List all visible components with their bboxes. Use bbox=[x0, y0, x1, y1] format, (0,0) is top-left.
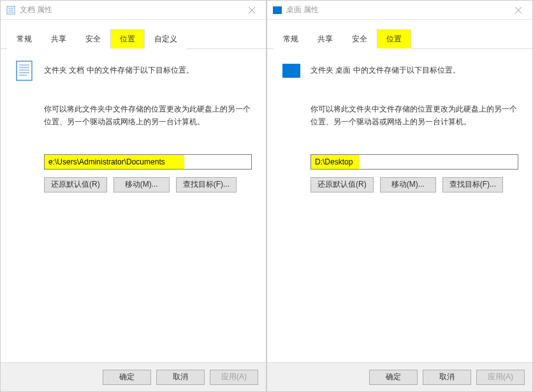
titlebar[interactable]: 文档 属性 bbox=[1, 1, 266, 20]
find-target-button[interactable]: 查找目标(F)... bbox=[176, 177, 237, 192]
move-button[interactable]: 移动(M)... bbox=[380, 177, 436, 192]
restore-defaults-button[interactable]: 还原默认值(R) bbox=[310, 177, 374, 192]
bottom-bar: 确定 取消 应用(A) bbox=[1, 362, 266, 391]
tab-content: 文件夹 文档 中的文件存储于以下目标位置。 你可以将此文件夹中文件存储的位置更改… bbox=[1, 49, 266, 362]
tab-security[interactable]: 安全 bbox=[76, 29, 110, 49]
close-button[interactable] bbox=[237, 1, 266, 20]
tab-sharing[interactable]: 共享 bbox=[308, 29, 342, 49]
desktop-folder-icon bbox=[281, 61, 302, 81]
documents-folder-icon bbox=[15, 61, 35, 81]
tab-security[interactable]: 安全 bbox=[342, 29, 377, 49]
documents-properties-dialog: 文档 属性 常规 共享 安全 位置 自定义 文件夹 文档 中的文件存储于以下目标… bbox=[0, 0, 266, 392]
desktop-title-icon bbox=[272, 5, 282, 15]
tab-sharing[interactable]: 共享 bbox=[41, 29, 76, 49]
tab-location[interactable]: 位置 bbox=[110, 29, 145, 49]
path-input[interactable] bbox=[310, 154, 518, 170]
tabs: 常规 共享 安全 位置 自定义 bbox=[1, 20, 266, 49]
ok-button[interactable]: 确定 bbox=[369, 370, 418, 385]
move-button[interactable]: 移动(M)... bbox=[113, 177, 170, 192]
tab-content: 文件夹 桌面 中的文件存储于以下目标位置。 你可以将此文件夹中文件存储的位置更改… bbox=[267, 49, 532, 362]
svg-rect-15 bbox=[282, 64, 300, 78]
svg-rect-6 bbox=[17, 61, 32, 80]
desktop-properties-dialog: 桌面 属性 常规 共享 安全 位置 文件夹 桌面 中的文件存储于以下目标位置。 … bbox=[266, 0, 533, 392]
tab-general[interactable]: 常规 bbox=[7, 29, 41, 49]
documents-title-icon bbox=[6, 5, 16, 15]
tabs: 常规 共享 安全 位置 bbox=[267, 20, 532, 49]
tab-general[interactable]: 常规 bbox=[274, 29, 308, 49]
title-text: 文档 属性 bbox=[20, 4, 237, 15]
ok-button[interactable]: 确定 bbox=[103, 370, 151, 385]
cancel-button[interactable]: 取消 bbox=[156, 370, 205, 385]
find-target-button[interactable]: 查找目标(F)... bbox=[442, 177, 503, 192]
description-text: 你可以将此文件夹中文件存储的位置更改为此硬盘上的另一个位置、另一个驱动器或网络上… bbox=[44, 103, 252, 129]
bottom-bar: 确定 取消 应用(A) bbox=[267, 362, 532, 391]
tab-customize[interactable]: 自定义 bbox=[145, 29, 187, 49]
close-button[interactable] bbox=[504, 1, 532, 20]
apply-button[interactable]: 应用(A) bbox=[476, 370, 525, 385]
svg-rect-12 bbox=[273, 6, 282, 14]
titlebar[interactable]: 桌面 属性 bbox=[267, 1, 532, 20]
description-text: 你可以将此文件夹中文件存储的位置更改为此硬盘上的另一个位置、另一个驱动器或网络上… bbox=[310, 103, 518, 129]
cancel-button[interactable]: 取消 bbox=[423, 370, 471, 385]
header-text: 文件夹 桌面 中的文件存储于以下目标位置。 bbox=[310, 61, 460, 76]
tab-location[interactable]: 位置 bbox=[377, 29, 411, 49]
restore-defaults-button[interactable]: 还原默认值(R) bbox=[44, 177, 107, 192]
header-text: 文件夹 文档 中的文件存储于以下目标位置。 bbox=[44, 61, 194, 76]
title-text: 桌面 属性 bbox=[286, 4, 504, 15]
apply-button[interactable]: 应用(A) bbox=[210, 370, 258, 385]
path-input[interactable] bbox=[44, 154, 252, 170]
